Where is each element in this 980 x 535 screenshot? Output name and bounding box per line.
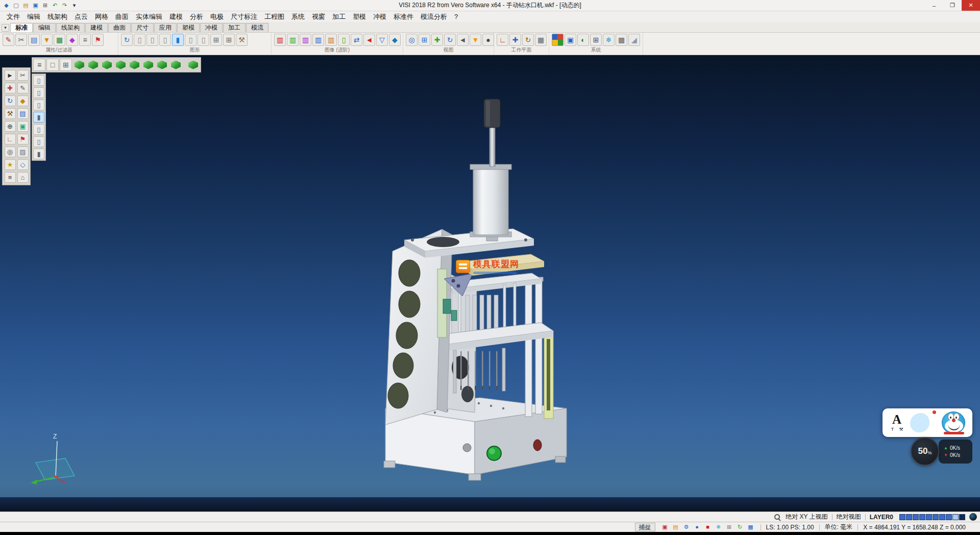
print-icon[interactable]: ⊞ (41, 2, 50, 10)
snowflake-icon[interactable]: ❄ (714, 523, 723, 531)
menu-item[interactable]: 塑模 (349, 12, 370, 21)
viewport-3d[interactable]: Z 模具联盟网 ≡□⊞ ►✂✚✎↻◆⚒▤⊕▣∟⚑◎▨★◇≡⌂ ▯▯▯▮▯▯▮ A… (0, 55, 980, 512)
ribbon-tab[interactable]: 塑模 (177, 23, 200, 32)
absolute-view-label[interactable]: 绝对视图 (837, 513, 861, 521)
globe-icon[interactable]: ◐ (577, 34, 589, 46)
bounding-box-icon[interactable]: ⊞ (210, 34, 222, 46)
ribbon-tab[interactable]: 应用 (154, 23, 177, 32)
maximize-button[interactable]: ❐ (943, 0, 962, 11)
grid-icon[interactable]: ⊞ (725, 523, 734, 531)
shading-blue-icon[interactable]: ▥ (312, 34, 324, 46)
menu-item[interactable]: 建模 (166, 12, 186, 21)
quick-filter-icon[interactable]: ▼ (470, 34, 481, 46)
wireframe-mode-icon[interactable]: ▯ (134, 34, 145, 46)
workplane-axes-icon[interactable]: ✚ (509, 34, 521, 46)
view-mode-label[interactable]: 绝对 XY 上视图 (786, 513, 827, 521)
view-dynamic-cube-icon[interactable] (171, 61, 181, 69)
ribbon-tab[interactable]: 线架构 (56, 23, 85, 32)
close-button[interactable]: ✕ (962, 0, 980, 11)
layout-icon[interactable]: ▦ (746, 523, 755, 531)
select-icon[interactable]: ► (5, 70, 16, 81)
menu-item[interactable]: 文件 (3, 12, 23, 21)
diamond-icon[interactable]: ◇ (17, 159, 29, 170)
view-top-cube-icon[interactable] (88, 61, 98, 69)
menu-item-help[interactable]: ? (451, 13, 461, 20)
flag-icon[interactable]: ⚑ (17, 134, 29, 144)
view-back-cube-icon[interactable] (143, 61, 153, 69)
layer-filter-icon[interactable]: ▦ (54, 34, 65, 46)
net-monitor-ball[interactable]: 50 % (911, 437, 939, 466)
globe-icon[interactable] (969, 513, 977, 521)
capture-icon[interactable]: ▤ (671, 523, 680, 531)
menu-item[interactable]: 冲模 (370, 12, 390, 21)
tab-overflow[interactable]: ▾ (2, 24, 9, 32)
shading-orange-icon[interactable]: ▥ (325, 34, 337, 46)
new-doc-icon[interactable]: ▢ (12, 2, 20, 10)
user-icon[interactable]: ● (693, 523, 702, 531)
hammer-icon[interactable]: ⚒ (5, 108, 16, 119)
menu-item[interactable]: 分析 (186, 12, 207, 21)
display-mode-icon[interactable]: ▮ (33, 112, 44, 123)
menu-item[interactable]: 尺寸标注 (227, 12, 261, 21)
previous-view-icon[interactable]: ◄ (457, 34, 469, 46)
filter-icon[interactable]: ▼ (41, 34, 53, 46)
display-mode-icon[interactable]: ▯ (33, 75, 44, 86)
undo-icon[interactable]: ↶ (51, 2, 59, 10)
menu-item[interactable]: 模流分析 (417, 12, 451, 21)
move-icon[interactable]: ✚ (5, 83, 16, 93)
snap-point-icon[interactable]: ◆ (17, 95, 29, 106)
redo-icon[interactable]: ↷ (60, 2, 69, 10)
net-speed-panel[interactable]: ▲ 0K/s ▼ 0K/s (939, 440, 972, 464)
settings-gear-icon[interactable]: ⚙ (682, 523, 691, 531)
layers-icon[interactable]: ▤ (17, 108, 29, 119)
ribbon-tab[interactable]: 冲模 (200, 23, 223, 32)
color-palette-icon[interactable] (552, 34, 564, 46)
circle-icon[interactable]: ◎ (5, 147, 16, 157)
match-properties-icon[interactable]: ⚑ (92, 34, 104, 46)
menu-item[interactable]: 线架构 (44, 12, 71, 21)
wrench-tool-icon[interactable]: ⚒ (898, 426, 904, 432)
display-mode-icon[interactable]: ▯ (33, 100, 44, 110)
linetype-icon[interactable]: ≡ (79, 34, 91, 46)
ribbon-tab[interactable]: 加工 (223, 23, 246, 32)
shading-purple-icon[interactable]: ▥ (300, 34, 311, 46)
menu-item[interactable]: 曲面 (112, 12, 132, 21)
workplane-grid-icon[interactable]: ▦ (535, 34, 547, 46)
menu-item[interactable]: 编辑 (23, 12, 44, 21)
ime-popup[interactable]: A T⚒ (883, 408, 972, 437)
render-icon[interactable]: ◆ (389, 34, 401, 46)
transparency-icon[interactable]: ▽ (376, 34, 388, 46)
table-icon[interactable]: ⊞ (590, 34, 602, 46)
pencil-icon[interactable]: ✎ (17, 83, 29, 93)
ribbon-tab[interactable]: 模流 (246, 23, 268, 32)
monitor-icon[interactable]: ▣ (565, 34, 576, 46)
qat-dropdown-icon[interactable]: ▾ (70, 2, 79, 10)
ribbon-tab[interactable]: 建模 (85, 23, 108, 32)
display-mode-icon[interactable]: ▯ (33, 87, 44, 98)
open-icon[interactable]: ▤ (21, 2, 30, 10)
rotate-view-icon[interactable]: ↻ (444, 34, 456, 46)
solid-box-icon[interactable]: ▣ (17, 121, 29, 132)
shading-red-icon[interactable]: ▥ (274, 34, 286, 46)
list-icon[interactable]: ≡ (5, 172, 16, 183)
view-iso-cube-icon[interactable] (75, 61, 84, 69)
menu-item[interactable]: 标准件 (390, 12, 417, 21)
menu-item[interactable]: 视窗 (308, 12, 329, 21)
clip-plane-icon[interactable]: ◄ (363, 34, 375, 46)
hidden-line-mode-icon[interactable]: ▯ (146, 34, 158, 46)
minimize-button[interactable]: – (925, 0, 943, 11)
pan-icon[interactable]: ✚ (431, 34, 443, 46)
search-icon[interactable] (773, 513, 781, 521)
ghost-mode-icon[interactable]: ▯ (185, 34, 197, 46)
view-right-cube-icon[interactable] (116, 61, 126, 69)
display-mode-icon[interactable]: ▯ (33, 136, 44, 147)
home-icon[interactable]: ⌂ (17, 172, 29, 183)
refresh-icon[interactable]: ↻ (736, 523, 745, 531)
copy-attributes-icon[interactable]: ▤ (28, 34, 40, 46)
ribbon-tab[interactable]: 曲面 (108, 23, 131, 32)
slope-analysis-icon[interactable]: ◢ (628, 34, 640, 46)
tile-windows-icon[interactable]: ⊞ (60, 59, 72, 71)
shaded-edges-mode-icon[interactable]: ▮ (172, 34, 184, 46)
hatch-settings-icon[interactable]: ▩ (616, 34, 627, 46)
snapshot-icon[interactable]: ❄ (603, 34, 615, 46)
